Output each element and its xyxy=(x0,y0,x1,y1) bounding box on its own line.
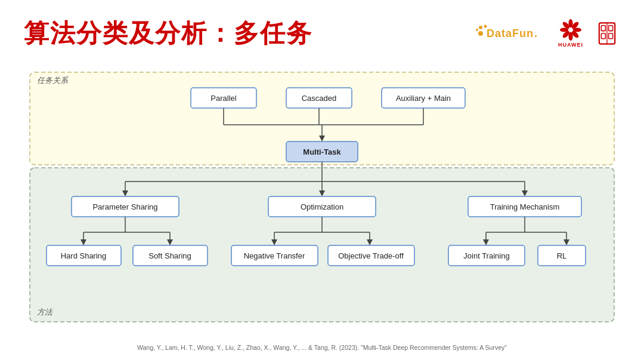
citation: Wang, Y., Lam, H. T., Wong, Y., Liu, Z.,… xyxy=(24,339,620,351)
objective-tradeoff-node: Objective Trade-off xyxy=(338,251,404,260)
ship-logo xyxy=(594,20,620,47)
svg-text:.: . xyxy=(534,27,538,39)
negative-transfer-node: Negative Transfer xyxy=(244,251,305,260)
multitask-node: Multi-Task xyxy=(303,147,341,156)
datafun-logo: DataFun . xyxy=(476,24,547,43)
svg-text:DataFun: DataFun xyxy=(487,27,534,39)
parallel-node: Parallel xyxy=(210,94,236,103)
svg-point-1 xyxy=(479,26,482,29)
rl-node: RL xyxy=(557,251,567,260)
cascaded-node: Cascaded xyxy=(302,94,337,103)
svg-text:方法: 方法 xyxy=(37,307,53,316)
training-mechanism-node: Training Mechanism xyxy=(490,202,560,211)
svg-point-3 xyxy=(476,29,478,31)
main-diagram: 任务关系 Parallel Cascaded Auxiliary + Main xyxy=(24,60,620,339)
header: 算法分类及分析：多任务 DataFun . xyxy=(24,17,620,50)
svg-text:任务关系: 任务关系 xyxy=(37,76,69,85)
logos-area: DataFun . xyxy=(476,19,620,48)
auxiliary-main-node: Auxiliary + Main xyxy=(396,94,451,103)
joint-training-node: Joint Training xyxy=(463,251,509,260)
hard-sharing-node: Hard Sharing xyxy=(61,251,107,260)
optimization-node: Optimization xyxy=(301,202,343,211)
huawei-logo: HUAWEI xyxy=(558,19,583,48)
svg-rect-15 xyxy=(601,26,605,31)
soft-sharing-node: Soft Sharing xyxy=(148,251,191,260)
svg-rect-16 xyxy=(609,26,613,31)
page-title: 算法分类及分析：多任务 xyxy=(24,17,312,50)
svg-point-0 xyxy=(478,31,483,36)
svg-rect-17 xyxy=(601,33,605,39)
parameter-sharing-node: Parameter Sharing xyxy=(92,202,157,211)
svg-rect-18 xyxy=(609,33,613,39)
